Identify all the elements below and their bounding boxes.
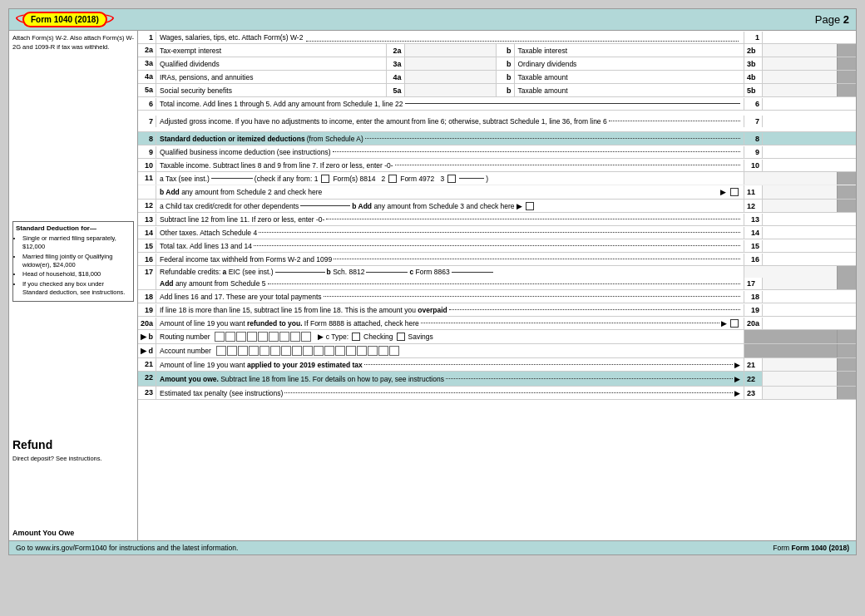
line-7-row: 7 Adjusted gross income. If you have no … (138, 111, 856, 132)
checkbox-8814[interactable] (321, 175, 329, 183)
routing-box-5[interactable] (258, 332, 268, 342)
line-11-value[interactable] (763, 185, 838, 199)
refund-sidebar: Refund Direct deposit? See instructions. (12, 438, 134, 462)
account-box-12[interactable] (335, 346, 345, 356)
line-4b-value[interactable] (763, 71, 838, 83)
checkbox-sched2[interactable] (730, 188, 739, 196)
line-2b-value[interactable] (763, 44, 838, 57)
account-box-8[interactable] (292, 346, 302, 356)
line-5-row: 5a Social security benefits 5a b Taxable… (138, 84, 856, 97)
checkbox-checking[interactable] (352, 333, 360, 341)
line-11a-value[interactable] (744, 172, 838, 185)
line-23-desc: Estimated tax penalty (see instructions)… (156, 387, 744, 399)
gray-end-21 (838, 358, 856, 371)
line-14-ref: 14 (744, 227, 763, 239)
line-20d-account-section: Account number (156, 344, 744, 357)
line-13-desc: Subtract line 12 from line 11. If zero o… (156, 214, 744, 225)
line-6-desc: Total income. Add lines 1 through 5. Add… (156, 98, 744, 110)
routing-box-6[interactable] (269, 332, 279, 342)
line-2a-input[interactable] (405, 44, 497, 57)
deduction-item-3: Head of household, $18,000 (22, 270, 131, 278)
account-box-5[interactable] (260, 346, 269, 356)
line-3b-value[interactable] (763, 57, 838, 70)
line-5a-input[interactable] (405, 84, 497, 96)
line-23-value[interactable] (763, 387, 838, 399)
line-2b-ref: 2b (744, 44, 763, 57)
gray-end-4 (838, 71, 856, 83)
account-box-11[interactable] (324, 346, 334, 356)
line-11-ref: 11 (744, 185, 763, 199)
account-box-13[interactable] (346, 346, 356, 356)
line-17-ref: 17 (744, 278, 763, 289)
line-18-row: 18 Add lines 16 and 17. These are your t… (138, 290, 856, 303)
account-box-1[interactable] (216, 346, 226, 356)
checkbox-savings[interactable] (397, 333, 405, 341)
line-18-ref: 18 (744, 291, 763, 303)
account-box-6[interactable] (270, 346, 280, 356)
line-4b-desc: Taxable amount (515, 71, 745, 83)
account-box-9[interactable] (303, 346, 313, 356)
routing-box-8[interactable] (290, 332, 300, 342)
line-5b-desc: Taxable amount (515, 84, 745, 96)
line-23-row: 23 Estimated tax penalty (see instructio… (138, 387, 856, 400)
account-box-14[interactable] (357, 346, 367, 356)
line-12-desc: a Child tax credit/credit for other depe… (156, 200, 744, 212)
line-17-container: 17 Refundable credits: a EIC (see inst.)… (138, 266, 856, 290)
line-13-ref: 13 (744, 214, 763, 225)
dotted-8 (365, 138, 740, 139)
line-4a-desc: IRAs, pensions, and annuities (156, 71, 387, 83)
line-20b-routing-section: Routing number ▶ c Type: Check (156, 330, 744, 343)
routing-box-4[interactable] (247, 332, 257, 342)
line-7-num: 7 (138, 116, 156, 127)
checkbox-4972[interactable] (388, 175, 397, 183)
line-5b-value[interactable] (763, 84, 838, 96)
line-4a-input[interactable] (405, 71, 497, 83)
line-17b-desc: Add any amount from Schedule 5 (156, 278, 744, 289)
line-17-value[interactable] (763, 278, 838, 289)
line-16-row: 16 Federal income tax withheld from Form… (138, 253, 856, 266)
line-12-value[interactable] (763, 200, 838, 212)
line-21-value[interactable] (763, 358, 838, 371)
account-box-4[interactable] (249, 346, 259, 356)
line-11-container: 11 a Tax (see inst.) (check if any from:… (138, 172, 856, 200)
checkbox-sched3[interactable] (526, 202, 534, 210)
checkbox-3[interactable] (447, 175, 456, 183)
routing-box-7[interactable] (279, 332, 289, 342)
refund-label: Refund (12, 438, 134, 451)
amount-owe-label: Amount You Owe (12, 529, 134, 537)
line-21-num: 21 (138, 358, 156, 371)
account-box-10[interactable] (314, 346, 324, 356)
line-11a-underline (211, 178, 253, 179)
line-15-num: 15 (138, 240, 156, 252)
line-3b-label: b (497, 57, 515, 70)
account-box-16[interactable] (378, 346, 388, 356)
line-13-row: 13 Subtract line 12 from line 11. If zer… (138, 213, 856, 226)
line-10-num: 10 (138, 160, 156, 171)
account-box-7[interactable] (281, 346, 291, 356)
account-box-17[interactable] (389, 346, 399, 356)
gray-end-20d (838, 344, 856, 357)
account-box-2[interactable] (227, 346, 237, 356)
line-1-desc: Wages, salaries, tips, etc. Attach Form(… (156, 32, 744, 43)
line-19-row: 19 If line 18 is more than line 15, subt… (138, 303, 856, 317)
checkbox-8888[interactable] (730, 319, 739, 328)
routing-box-1[interactable] (215, 332, 225, 342)
deduction-item-4: If you checked any box under Standard de… (22, 280, 131, 297)
line-18-desc: Add lines 16 and 17. These are your tota… (156, 291, 744, 303)
line-22-value[interactable] (763, 372, 838, 386)
line-20b-row: ▶ b Routing number ▶ c Type: (138, 330, 856, 344)
gray-end-17a (838, 266, 856, 278)
line-17a-value[interactable] (744, 266, 838, 278)
line-16-desc: Federal income tax withheld from Forms W… (156, 254, 744, 265)
line-8-num: 8 (138, 133, 156, 145)
account-box-3[interactable] (238, 346, 248, 356)
routing-box-9[interactable] (301, 332, 311, 342)
line-3a-input-label: 3a (387, 57, 405, 70)
line-12-container: 12 a Child tax credit/credit for other d… (138, 200, 856, 213)
routing-box-3[interactable] (236, 332, 246, 342)
line-15-desc: Total tax. Add lines 13 and 14 (156, 240, 744, 252)
line-3a-input[interactable] (405, 57, 497, 70)
routing-box-2[interactable] (225, 332, 235, 342)
line-4b-ref: 4b (744, 71, 763, 83)
account-box-15[interactable] (368, 346, 378, 356)
